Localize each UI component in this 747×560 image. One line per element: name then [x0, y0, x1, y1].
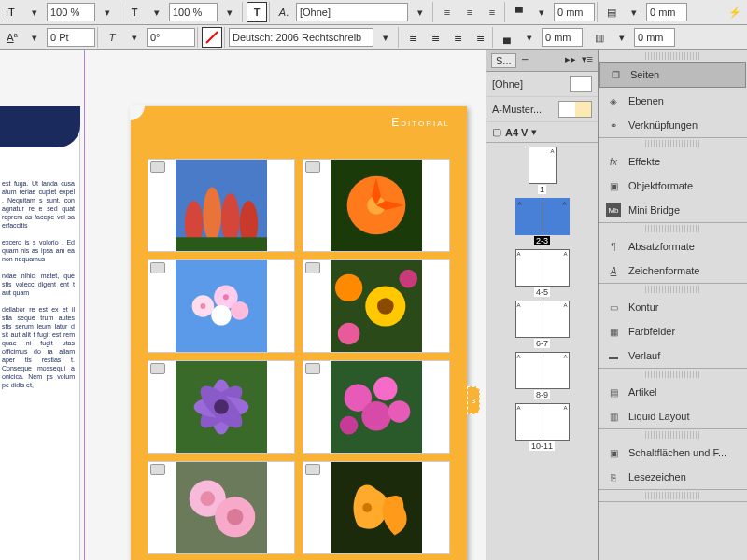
- stepper-icon[interactable]: ▾: [97, 2, 118, 22]
- stepper-icon[interactable]: ▾: [219, 2, 240, 22]
- panel-menu-icon[interactable]: ▾≡: [582, 53, 593, 68]
- panel-ebenen[interactable]: ◈Ebenen: [599, 89, 747, 113]
- master-a[interactable]: A-Muster...: [486, 97, 598, 122]
- svg-point-32: [374, 377, 397, 400]
- layers-icon: ◈: [606, 93, 621, 108]
- collapse-icon[interactable]: ▸▸: [565, 53, 576, 68]
- cell-x2-input[interactable]: [542, 28, 583, 47]
- baseline-shift-icon[interactable]: Aª: [2, 27, 22, 48]
- panel-zeichenformate[interactable]: AZeichenformate: [599, 259, 747, 283]
- liquid-icon: ▥: [606, 409, 621, 424]
- page-thumb[interactable]: AA4-5: [515, 249, 570, 297]
- master-label: A-Muster...: [492, 104, 542, 115]
- panel-verknuepfungen[interactable]: ⚭Verknüpfungen: [599, 113, 747, 137]
- cell-rows-icon[interactable]: ▤: [601, 2, 622, 22]
- image-frame[interactable]: [303, 159, 450, 252]
- svg-point-33: [361, 401, 390, 430]
- align-left-icon[interactable]: ≡: [437, 2, 458, 22]
- quick-apply-icon[interactable]: ⚡: [725, 2, 745, 22]
- page-size-row[interactable]: ▢ A4 V ▾: [486, 122, 598, 143]
- stepper-icon[interactable]: ▾: [519, 27, 540, 48]
- image-frame[interactable]: [148, 360, 295, 454]
- svg-point-29: [214, 399, 229, 414]
- panel-lesezeichen[interactable]: ⎘Lesezeichen: [599, 465, 747, 489]
- panel-verlauf[interactable]: ▬Verlauf: [599, 343, 747, 368]
- panel-seiten[interactable]: ❐Seiten: [599, 62, 746, 88]
- svg-point-40: [227, 509, 244, 525]
- cell-y-input[interactable]: [646, 3, 687, 21]
- skew-input[interactable]: [147, 28, 195, 47]
- character-style-select[interactable]: [296, 3, 408, 21]
- vertical-scale-icon[interactable]: IT: [2, 2, 22, 22]
- justify-full-icon[interactable]: ≣: [470, 27, 490, 48]
- object-styles-icon: ▣: [606, 178, 621, 193]
- panel-schaltflaechen[interactable]: ▣Schaltflächen und F...: [599, 441, 747, 465]
- page-spread[interactable]: Editorial 3: [131, 106, 467, 560]
- panel-tab-other[interactable]: ⎼: [522, 53, 529, 68]
- valign-top-icon[interactable]: ▀: [509, 2, 529, 22]
- page-thumb[interactable]: AA8-9: [515, 352, 570, 399]
- image-frame[interactable]: [303, 259, 450, 353]
- justify-left-icon[interactable]: ≣: [402, 27, 423, 48]
- dropdown-icon[interactable]: ▾: [410, 2, 430, 22]
- stroke-none-icon[interactable]: [202, 27, 222, 48]
- panel-kontur[interactable]: ▭Kontur: [599, 295, 747, 319]
- page-tab[interactable]: 3: [467, 386, 480, 414]
- pages-icon: ❐: [608, 67, 623, 82]
- panel-effekte[interactable]: fxEffekte: [599, 149, 747, 174]
- page-thumbnails: A1AA2-3AA4-5AA6-7AA8-9AA10-11: [486, 143, 598, 560]
- panel-tab-pages[interactable]: S...: [491, 53, 516, 68]
- page-thumb[interactable]: AA10-11: [515, 403, 570, 451]
- valign-bottom-icon[interactable]: ▄: [497, 27, 517, 48]
- vertical-scale-input[interactable]: [47, 3, 95, 21]
- cell-inset-icon[interactable]: ▾: [531, 2, 552, 22]
- image-grid: [131, 142, 467, 560]
- panel-liquid[interactable]: ▥Liquid Layout: [599, 404, 747, 428]
- image-frame[interactable]: [148, 159, 295, 252]
- image-frame[interactable]: [303, 360, 450, 454]
- dropdown-icon[interactable]: ▾: [24, 2, 45, 22]
- svg-point-23: [400, 270, 418, 288]
- svg-line-1: [206, 32, 218, 43]
- document-canvas[interactable]: est fuga. Ut landa cusa atum reriae cupi…: [0, 50, 486, 560]
- cell-cols-icon[interactable]: ▥: [589, 27, 610, 48]
- dropdown-icon[interactable]: ▾: [147, 2, 167, 22]
- page-size-label: A4 V: [505, 127, 528, 138]
- language-select[interactable]: [229, 28, 374, 47]
- stepper-icon[interactable]: ▾: [24, 27, 45, 48]
- articles-icon: ▤: [606, 385, 621, 399]
- stepper-icon[interactable]: ▾: [624, 2, 644, 22]
- panel-mini-bridge[interactable]: MbMini Bridge: [599, 198, 747, 222]
- fill-color-icon[interactable]: T: [247, 2, 267, 22]
- svg-point-39: [200, 491, 215, 506]
- dropdown-icon[interactable]: ▾: [375, 27, 396, 48]
- image-frame[interactable]: [303, 461, 450, 554]
- gradient-icon: ▬: [606, 348, 621, 363]
- cell-x-input[interactable]: [554, 3, 595, 21]
- page-thumb[interactable]: AA6-7: [515, 301, 570, 348]
- horizontal-scale-icon[interactable]: T: [124, 2, 145, 22]
- stepper-icon[interactable]: ▾: [612, 27, 632, 48]
- justify-right-icon[interactable]: ≣: [447, 27, 468, 48]
- panel-absatzformate[interactable]: ¶Absatzformate: [599, 234, 747, 259]
- page-thumb[interactable]: A1: [529, 147, 557, 194]
- page-thumb[interactable]: AA2-3: [515, 198, 570, 245]
- horizontal-scale-input[interactable]: [169, 3, 218, 21]
- master-none[interactable]: [Ohne]: [486, 72, 598, 97]
- image-frame[interactable]: [148, 259, 295, 353]
- cell-y2-input[interactable]: [634, 28, 675, 47]
- stepper-icon[interactable]: ▾: [124, 27, 145, 48]
- image-frame[interactable]: [148, 461, 295, 554]
- buttons-icon: ▣: [606, 445, 621, 460]
- dropdown-icon[interactable]: ▾: [531, 126, 537, 138]
- panel-objektformate[interactable]: ▣Objektformate: [599, 174, 747, 198]
- align-right-icon[interactable]: ≡: [482, 2, 502, 22]
- align-center-icon[interactable]: ≡: [459, 2, 480, 22]
- panel-farbfelder[interactable]: ▦Farbfelder: [599, 319, 747, 343]
- skew-icon[interactable]: T: [102, 27, 122, 48]
- baseline-input[interactable]: [47, 28, 95, 47]
- svg-text:IT: IT: [6, 7, 15, 18]
- panel-artikel[interactable]: ▤Artikel: [599, 380, 747, 404]
- svg-point-5: [221, 193, 240, 245]
- justify-center-icon[interactable]: ≣: [425, 27, 445, 48]
